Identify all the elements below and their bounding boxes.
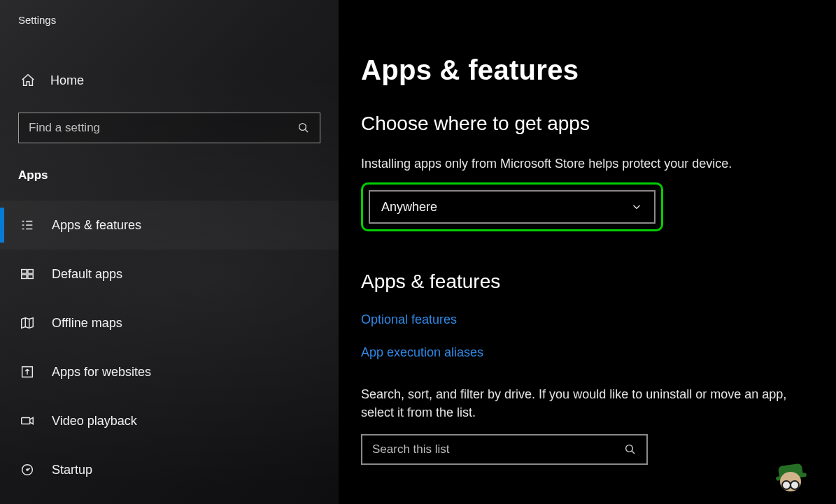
sidebar-item-apps-features[interactable]: Apps & features [0,201,339,250]
video-icon [18,412,36,430]
page-title: Apps & features [361,55,836,86]
nav-home[interactable]: Home [0,64,339,97]
svg-rect-1 [22,270,27,274]
open-ext-icon [18,363,36,381]
sidebar-nav: Apps & features Default apps Offline map… [0,201,339,494]
settings-search[interactable] [18,113,320,143]
window-title: Settings [0,8,339,26]
sidebar-item-label: Apps & features [52,218,141,233]
defaults-icon [18,265,36,283]
svg-rect-2 [28,270,33,274]
app-list-search[interactable] [361,434,648,465]
highlight-annotation: Anywhere [361,182,663,231]
sidebar: Settings Home Apps [0,0,339,504]
svg-point-8 [27,469,28,470]
main-content: Apps & features Choose where to get apps… [339,0,836,504]
startup-icon [18,461,36,479]
sidebar-item-label: Startup [52,463,92,477]
search-icon [624,443,637,456]
sidebar-item-video-playback[interactable]: Video playback [0,396,339,445]
nav-home-label: Home [50,73,84,88]
sidebar-item-offline-maps[interactable]: Offline maps [0,298,339,347]
sidebar-section-label: Apps [0,143,339,182]
app-source-value: Anywhere [381,200,437,215]
link-optional-features[interactable]: Optional features [361,312,457,327]
sidebar-item-label: Apps for websites [52,365,151,380]
sidebar-item-label: Default apps [52,267,122,282]
apps-features-description: Search, sort, and filter by drive. If yo… [361,385,823,422]
app-source-dropdown[interactable]: Anywhere [369,190,656,224]
svg-point-9 [626,445,633,452]
home-icon [20,72,36,89]
choose-description: Installing apps only from Microsoft Stor… [361,154,823,173]
settings-search-input[interactable] [29,121,297,135]
list-icon [18,216,36,234]
search-icon [297,122,310,134]
chevron-down-icon [630,201,643,213]
sidebar-item-label: Video playback [52,414,137,429]
svg-rect-4 [28,275,33,279]
svg-point-0 [299,124,306,131]
svg-rect-3 [22,275,27,279]
sidebar-item-startup[interactable]: Startup [0,445,339,494]
mascot-icon [773,461,808,501]
sidebar-item-apps-for-websites[interactable]: Apps for websites [0,347,339,396]
app-list-search-input[interactable] [372,442,624,456]
apps-features-heading: Apps & features [361,271,836,293]
map-icon [18,314,36,332]
sidebar-item-default-apps[interactable]: Default apps [0,250,339,298]
svg-rect-6 [22,417,30,424]
sidebar-item-label: Offline maps [52,316,122,331]
choose-heading: Choose where to get apps [361,113,836,135]
link-app-execution-aliases[interactable]: App execution aliases [361,345,483,360]
